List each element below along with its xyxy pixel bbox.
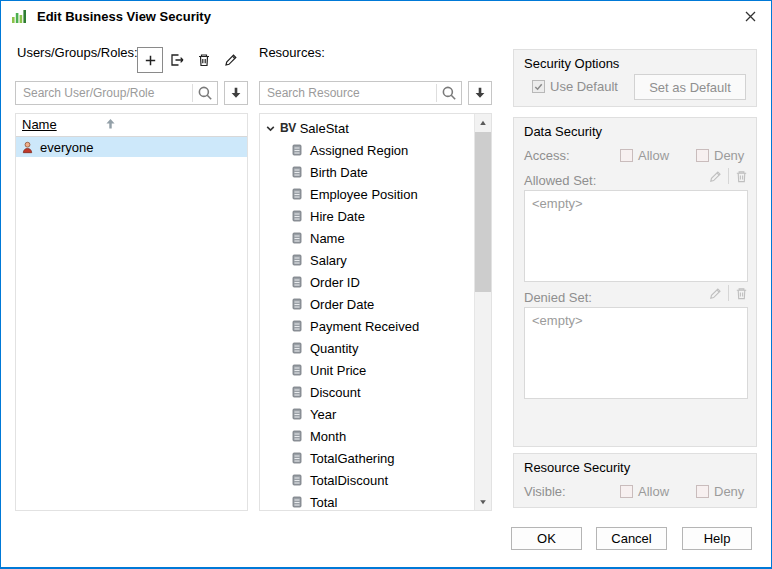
resource-security-title: Resource Security [524,460,630,475]
tree-item[interactable]: TotalGathering [260,447,474,469]
tree-item[interactable]: Total [260,491,474,510]
access-deny-checkbox[interactable] [696,149,709,162]
help-button[interactable]: Help [682,527,752,550]
column-icon [290,253,304,267]
sort-ascending-icon [104,117,117,132]
use-default-checkbox[interactable] [532,80,545,93]
search-divider [436,84,437,102]
tree-item-label: Assigned Region [310,143,408,158]
scroll-up-button[interactable] [475,114,491,131]
tree-item-label: Name [310,231,345,246]
dialog-title: Edit Business View Security [37,9,211,24]
edit-denied-set-button[interactable] [706,284,724,302]
resource-filter-arrow-button[interactable] [468,81,492,105]
visible-allow-checkbox[interactable] [620,485,633,498]
security-options-title: Security Options [524,56,619,71]
resources-label: Resources: [259,45,325,60]
tree-item[interactable]: Quantity [260,337,474,359]
tree-item[interactable]: TotalDiscount [260,469,474,491]
scroll-down-button[interactable] [475,493,491,510]
name-column-header[interactable]: Name [16,114,247,137]
cancel-label: Cancel [611,531,651,546]
scrollbar-thumb[interactable] [475,132,491,292]
divider [728,285,729,301]
tree-item[interactable]: Payment Received [260,315,474,337]
tree-item-label: Payment Received [310,319,419,334]
use-default-label: Use Default [550,79,618,94]
tree-item[interactable]: Name [260,227,474,249]
tree-item[interactable]: Order ID [260,271,474,293]
set-as-default-button[interactable]: Set as Default [634,74,746,100]
close-button[interactable] [729,1,771,31]
tree-item[interactable]: Discount [260,381,474,403]
ok-label: OK [537,531,556,546]
access-deny-label: Deny [714,148,744,163]
tree-item[interactable]: Birth Date [260,161,474,183]
tree-item[interactable]: Salary [260,249,474,271]
down-arrow-icon [473,86,487,100]
tree-item[interactable]: Year [260,403,474,425]
denied-set-value: <empty> [532,313,583,328]
column-icon [290,341,304,355]
tree-item-label: Order ID [310,275,360,290]
trash-icon [196,52,212,68]
titlebar: Edit Business View Security [1,1,771,31]
search-icon[interactable] [440,84,458,102]
name-header-label: Name [22,117,57,132]
edit-business-view-security-dialog: Edit Business View Security Users/Groups… [0,0,772,569]
remove-icon [169,52,185,68]
edit-user-button[interactable] [218,47,244,73]
security-options-group: Security Options Use Default Set as Defa… [513,49,757,107]
user-filter-arrow-button[interactable] [224,81,248,105]
search-user-input[interactable] [15,81,218,105]
tree-item-label: Unit Price [310,363,366,378]
tree-item[interactable]: Hire Date [260,205,474,227]
cancel-button[interactable]: Cancel [596,527,667,550]
access-allow-label: Allow [638,148,669,163]
tree-item[interactable]: Unit Price [260,359,474,381]
delete-user-button[interactable] [191,47,217,73]
chevron-down-icon[interactable] [265,123,276,134]
delete-allowed-set-button[interactable] [732,167,750,185]
tree-item-label: Quantity [310,341,358,356]
column-icon [290,319,304,333]
delete-denied-set-button[interactable] [732,284,750,302]
denied-set-label: Denied Set: [524,290,592,305]
add-user-button[interactable] [137,47,163,73]
tree-item[interactable]: Assigned Region [260,139,474,161]
search-divider [192,84,193,102]
tree-item[interactable]: Employee Position [260,183,474,205]
edit-allowed-set-button[interactable] [706,167,724,185]
tree-root-salestat[interactable]: BV SaleStat [260,117,474,139]
tree-item-label: Hire Date [310,209,365,224]
search-icon[interactable] [196,84,214,102]
tree-item[interactable]: Month [260,425,474,447]
remove-user-button[interactable] [164,47,190,73]
divider [728,168,729,184]
user-icon [20,140,35,155]
column-icon [290,143,304,157]
resource-search-wrap [259,81,462,105]
pencil-icon [223,52,239,68]
visible-deny-checkbox[interactable] [696,485,709,498]
tree-item-label: Total [310,495,337,510]
search-resource-input[interactable] [259,81,462,105]
visible-label: Visible: [524,484,566,499]
tree-item-label: Employee Position [310,187,418,202]
tree-root-label: SaleStat [300,121,349,136]
users-groups-roles-label: Users/Groups/Roles: [17,45,138,60]
users-list: Name everyone [15,113,248,511]
resources-tree: BV SaleStat Assigned Region Birth Date E… [259,113,492,511]
column-icon [290,495,304,509]
ok-button[interactable]: OK [511,527,582,550]
column-icon [290,165,304,179]
tree-item[interactable]: Order Date [260,293,474,315]
app-logo-icon [11,8,27,24]
column-icon [290,209,304,223]
resources-scrollbar[interactable] [474,114,491,510]
column-icon [290,385,304,399]
close-icon [745,11,756,22]
access-allow-checkbox[interactable] [620,149,633,162]
column-icon [290,473,304,487]
user-row-everyone[interactable]: everyone [16,137,247,157]
